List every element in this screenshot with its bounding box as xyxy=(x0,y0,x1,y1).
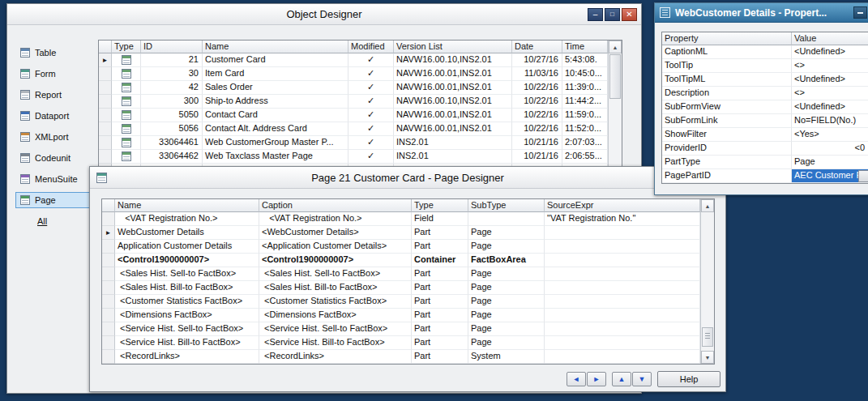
sidebar-item-xmlport[interactable]: XMLport xyxy=(15,129,96,145)
version-cell[interactable]: NAVW16.00.10,INS2.01 xyxy=(394,53,512,67)
subtype-cell[interactable]: Page xyxy=(468,322,545,336)
name-cell[interactable]: Item Card xyxy=(203,67,348,81)
row-selector[interactable] xyxy=(99,67,112,81)
id-cell[interactable]: 300 xyxy=(141,95,203,109)
row-selector[interactable]: ► xyxy=(99,53,112,67)
help-button[interactable]: Help xyxy=(657,371,720,387)
subtype-cell[interactable]: Page xyxy=(468,226,545,240)
id-cell[interactable]: 33064462 xyxy=(141,150,203,164)
sidebar-item-all[interactable]: All xyxy=(15,213,96,229)
table-row[interactable]: <Control1900000007> <Control1900000007> … xyxy=(102,254,700,267)
sidebar-item-page[interactable]: Page xyxy=(15,192,96,208)
page-designer-title-bar[interactable]: Page 21 Customer Card - Page Designer xyxy=(90,167,725,189)
row-selector[interactable]: ► xyxy=(102,226,115,240)
sourceexpr-cell[interactable] xyxy=(545,322,700,336)
sidebar-item-form[interactable]: Form xyxy=(15,66,96,82)
property-value-cell[interactable]: <0 xyxy=(792,142,868,156)
name-cell[interactable]: Customer Card xyxy=(203,53,348,67)
property-value-cell[interactable]: No=FIELD(No.) xyxy=(792,114,868,128)
scrollbar-thumb[interactable] xyxy=(609,54,621,99)
subtype-cell[interactable]: Page xyxy=(468,267,545,281)
name-cell[interactable]: <Control1900000007> xyxy=(115,254,259,267)
table-row[interactable]: <VAT Registration No.> <VAT Registration… xyxy=(102,212,700,226)
type-cell[interactable]: Part xyxy=(412,336,468,350)
row-selector[interactable] xyxy=(102,322,115,336)
name-cell[interactable]: Sales Order xyxy=(203,81,348,95)
subtype-cell[interactable]: Page xyxy=(468,295,545,309)
property-value-cell[interactable]: AEC Customer P xyxy=(792,169,868,183)
table-row[interactable]: Application Customer Details <Applicatio… xyxy=(102,240,700,254)
name-cell[interactable]: <Service Hist. Bill-to FactBox> xyxy=(115,336,259,350)
property-value-cell[interactable]: <Undefined> xyxy=(792,73,868,87)
property-row[interactable]: ProviderID <0 xyxy=(662,142,868,156)
row-selector[interactable] xyxy=(102,309,115,322)
id-cell[interactable]: 33064461 xyxy=(141,136,203,150)
sidebar-item-report[interactable]: Report xyxy=(15,87,96,103)
name-cell[interactable]: <Sales Hist. Sell-to FactBox> xyxy=(115,267,259,281)
sidebar-item-codeunit[interactable]: Codeunit xyxy=(15,150,96,166)
table-row[interactable]: <Sales Hist. Bill-to FactBox> <Sales His… xyxy=(102,281,700,295)
caption-cell[interactable]: <RecordLinks> xyxy=(259,350,412,364)
table-row[interactable]: <Sales Hist. Sell-to FactBox> <Sales His… xyxy=(102,267,700,281)
id-cell[interactable]: 5056 xyxy=(141,122,203,136)
version-cell[interactable]: NAVW16.00.01,INS2.01 xyxy=(394,67,512,81)
minimize-icon[interactable] xyxy=(853,6,867,19)
version-cell[interactable]: NAVW16.00.01,INS2.01 xyxy=(394,81,512,95)
move-up-button[interactable]: ▲ xyxy=(612,372,631,386)
name-cell[interactable]: Contact Alt. Address Card xyxy=(203,122,348,136)
name-cell[interactable]: <Dimensions FactBox> xyxy=(115,309,259,322)
caption-cell[interactable]: <Service Hist. Sell-to FactBox> xyxy=(259,322,412,336)
sidebar-item-dataport[interactable]: Dataport xyxy=(15,108,96,124)
caption-cell[interactable]: <WebCustomer Details> xyxy=(259,226,412,240)
id-cell[interactable]: 5050 xyxy=(141,109,203,122)
property-row[interactable]: ToolTipML <Undefined> xyxy=(662,73,868,87)
property-row[interactable]: SubFormView <Undefined> xyxy=(662,100,868,114)
sidebar-item-table[interactable]: Table xyxy=(15,45,96,61)
version-cell[interactable]: NAVW16.00.10,INS2.01 xyxy=(394,95,512,109)
name-cell[interactable]: Web CustomerGroup Master P... xyxy=(203,136,348,150)
name-cell[interactable]: <VAT Registration No.> xyxy=(115,212,259,226)
subtype-cell[interactable]: Page xyxy=(468,309,545,322)
table-row[interactable]: <Service Hist. Sell-to FactBox> <Service… xyxy=(102,322,700,336)
table-row[interactable]: <Service Hist. Bill-to FactBox> <Service… xyxy=(102,336,700,350)
caption-cell[interactable]: <Control1900000007> xyxy=(259,254,412,267)
id-cell[interactable]: 42 xyxy=(141,81,203,95)
maximize-button[interactable]: □ xyxy=(605,8,620,21)
table-row[interactable]: <RecordLinks> <RecordLinks> Part System xyxy=(102,350,700,364)
sourceexpr-cell[interactable] xyxy=(545,295,700,309)
type-cell[interactable]: Part xyxy=(412,350,468,364)
property-row[interactable]: PagePartID AEC Customer P xyxy=(662,169,868,183)
type-cell[interactable]: Part xyxy=(412,226,468,240)
table-row[interactable]: 300 Ship-to Address ✓ NAVW16.00.10,INS2.… xyxy=(99,95,608,109)
property-row[interactable]: ShowFilter <Yes> xyxy=(662,128,868,142)
table-row[interactable]: ► WebCustomer Details <WebCustomer Detai… xyxy=(102,226,700,240)
version-cell[interactable]: INS2.01 xyxy=(394,136,512,150)
row-selector[interactable] xyxy=(99,81,112,95)
table-row[interactable]: <Customer Statistics FactBox> <Customer … xyxy=(102,295,700,309)
assist-edit-button[interactable] xyxy=(858,170,868,182)
property-value-cell[interactable]: <Yes> xyxy=(792,128,868,142)
row-selector[interactable] xyxy=(102,336,115,350)
version-cell[interactable]: INS2.01 xyxy=(394,150,512,164)
sourceexpr-cell[interactable] xyxy=(545,267,700,281)
row-selector[interactable] xyxy=(99,150,112,164)
property-value-cell[interactable]: Page xyxy=(792,156,868,169)
row-selector[interactable] xyxy=(102,212,115,226)
name-cell[interactable]: <RecordLinks> xyxy=(115,350,259,364)
row-selector[interactable] xyxy=(102,240,115,254)
vertical-scrollbar[interactable]: ▲ ▼ xyxy=(700,199,714,364)
caption-cell[interactable]: <VAT Registration No.> xyxy=(259,212,412,226)
move-down-button[interactable]: ▼ xyxy=(632,372,652,386)
close-button[interactable]: ✕ xyxy=(622,8,637,21)
subtype-cell[interactable]: System xyxy=(468,350,545,364)
property-row[interactable]: PartType Page xyxy=(662,156,868,169)
sourceexpr-cell[interactable] xyxy=(545,254,700,267)
row-selector[interactable] xyxy=(102,295,115,309)
subtype-cell[interactable] xyxy=(468,212,545,226)
version-cell[interactable]: NAVW16.00.01,INS2.01 xyxy=(394,122,512,136)
scroll-up-icon[interactable]: ▲ xyxy=(609,41,622,53)
type-cell[interactable]: Part xyxy=(412,281,468,295)
subtype-cell[interactable]: Page xyxy=(468,240,545,254)
property-row[interactable]: Description <> xyxy=(662,87,868,100)
caption-cell[interactable]: <Sales Hist. Sell-to FactBox> xyxy=(259,267,412,281)
